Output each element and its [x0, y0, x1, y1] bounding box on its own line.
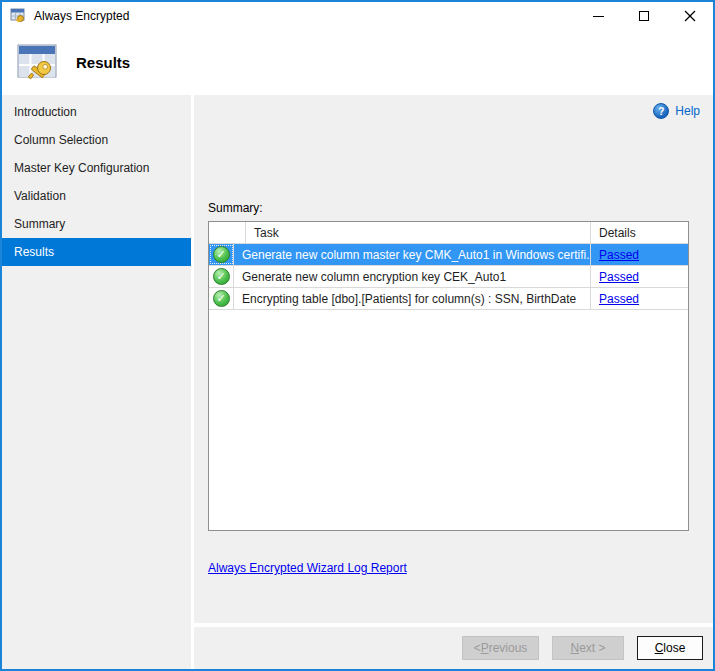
success-icon: ✓	[213, 290, 230, 307]
task-column-header: Task	[246, 222, 591, 243]
table-row[interactable]: ✓ Encrypting table [dbo].[Patients] for …	[209, 288, 688, 310]
maximize-button[interactable]	[621, 2, 667, 30]
passed-link[interactable]: Passed	[599, 248, 639, 262]
table-row[interactable]: ✓ Generate new column master key CMK_Aut…	[209, 244, 688, 266]
sidebar-item-summary[interactable]: Summary	[2, 210, 191, 238]
footer-bar: < Previous Next > Close	[194, 623, 713, 669]
results-page: ? Help Summary: Task Details ✓ Generate …	[194, 95, 713, 623]
help-label: Help	[675, 104, 700, 118]
app-icon	[10, 8, 26, 24]
help-link[interactable]: ? Help	[653, 103, 700, 119]
close-button[interactable]: Close	[637, 636, 703, 660]
task-cell: Generate new column encryption key CEK_A…	[234, 266, 591, 287]
passed-link[interactable]: Passed	[599, 292, 639, 306]
page-title: Results	[76, 54, 130, 71]
wizard-log-report-link[interactable]: Always Encrypted Wizard Log Report	[208, 561, 407, 575]
sidebar-item-master-key-configuration[interactable]: Master Key Configuration	[2, 154, 191, 182]
sidebar-item-validation[interactable]: Validation	[2, 182, 191, 210]
table-key-icon	[14, 40, 60, 86]
close-window-button[interactable]	[667, 2, 713, 30]
sidebar-item-results[interactable]: Results	[2, 238, 191, 266]
wizard-steps-sidebar: Introduction Column Selection Master Key…	[2, 95, 194, 669]
details-column-header: Details	[591, 222, 688, 243]
table-row[interactable]: ✓ Generate new column encryption key CEK…	[209, 266, 688, 288]
minimize-icon	[593, 16, 604, 17]
help-icon: ?	[653, 103, 669, 119]
status-column-header	[221, 222, 246, 243]
table-header-row: Task Details	[209, 222, 688, 244]
wizard-window: Always Encrypted	[0, 0, 715, 671]
wizard-header: Results	[2, 30, 713, 95]
previous-button[interactable]: < Previous	[462, 636, 539, 660]
next-button[interactable]: Next >	[552, 636, 624, 660]
sidebar-item-introduction[interactable]: Introduction	[2, 98, 191, 126]
titlebar: Always Encrypted	[2, 2, 713, 30]
maximize-icon	[639, 11, 649, 21]
sidebar-item-column-selection[interactable]: Column Selection	[2, 126, 191, 154]
minimize-button[interactable]	[575, 2, 621, 30]
task-cell: Encrypting table [dbo].[Patients] for co…	[234, 288, 591, 309]
window-controls	[575, 2, 713, 30]
task-cell: Generate new column master key CMK_Auto1…	[234, 244, 591, 265]
summary-label: Summary:	[208, 95, 689, 215]
results-table: Task Details ✓ Generate new column maste…	[208, 221, 689, 531]
window-title: Always Encrypted	[34, 9, 129, 23]
passed-link[interactable]: Passed	[599, 270, 639, 284]
close-icon	[684, 10, 696, 22]
success-icon: ✓	[213, 246, 230, 263]
success-icon: ✓	[213, 268, 230, 285]
